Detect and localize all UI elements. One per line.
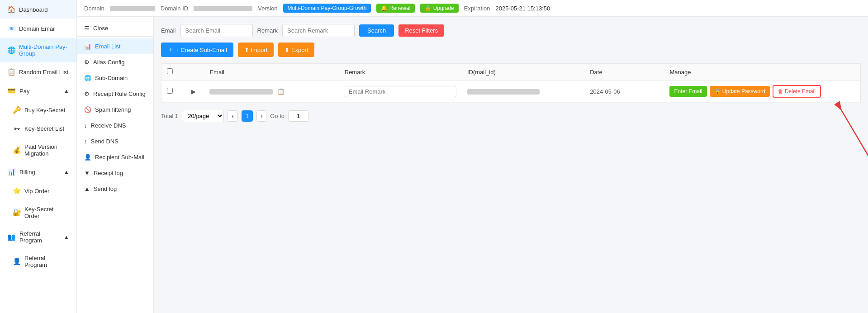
sidebar-item-referral-program2[interactable]: 👤 Referral Program — [0, 249, 76, 274]
sidebar-item-domain-email[interactable]: 📧 Domain Email — [0, 19, 76, 38]
email-redacted — [209, 89, 273, 95]
subnav-item-receipt-rule[interactable]: ⚙ Receipt Rule Config — [77, 86, 153, 102]
sidebar-group-billing[interactable]: 📊 Billing ▲ — [0, 162, 76, 181]
th-expand — [186, 64, 204, 81]
email-table: Email Remark ID(mail_id) Date Manage — [161, 63, 861, 103]
update-password-button[interactable]: 🔒 Update Password — [710, 86, 770, 97]
chevron-up-icon-referral: ▲ — [63, 234, 69, 241]
sidebar-item-vip-order[interactable]: ⭐ Vip Order — [0, 181, 76, 200]
table-scroll: Email Remark ID(mail_id) Date Manage — [161, 63, 861, 103]
sidebar-item-dashboard[interactable]: 🏠 Dashboard — [0, 0, 76, 19]
domain-id-label: Domain ID — [161, 5, 188, 12]
import-button[interactable]: ⬆ Import — [238, 43, 274, 57]
action-bar: ＋ + Create Sub-Email ⬆ Import ⬆ Export — [161, 43, 861, 57]
svg-line-0 — [154, 17, 157, 54]
sidebar-item-random-email[interactable]: 📋 Random Email List — [0, 62, 76, 81]
left-sidebar: 🏠 Dashboard 📧 Domain Email 🌐 Multi-Domai… — [0, 0, 77, 313]
search-email-input[interactable] — [180, 24, 253, 37]
sidebar-item-paid-version[interactable]: 💰 Paid Version Migration — [0, 138, 76, 162]
row-expand-cell[interactable]: ▶ — [186, 81, 204, 103]
sidebar-group-pay[interactable]: 💳 Pay ▲ — [0, 81, 76, 100]
right-panel: Domain Domain ID Version Multi-Domain Pa… — [77, 0, 868, 313]
search-button[interactable]: Search — [359, 24, 394, 37]
goto-label: Go to — [270, 113, 285, 119]
trash-icon: 🗑 — [778, 88, 785, 95]
goto-input[interactable] — [288, 110, 308, 122]
spam-filtering-icon: 🚫 — [84, 106, 91, 113]
recipient-icon: 👤 — [84, 154, 91, 161]
dashboard-icon: 🏠 — [7, 5, 15, 14]
subnav-item-sub-domain[interactable]: 🌐 Sub-Domain — [77, 70, 153, 86]
select-all-checkbox[interactable] — [167, 68, 173, 74]
email-content-panel: Email Remark Search Reset Filters ＋ + Cr… — [154, 17, 868, 313]
random-email-icon: 📋 — [7, 68, 15, 76]
send-dns-icon: ↑ — [84, 138, 87, 145]
key-secret-order-icon: 🔐 — [13, 209, 21, 217]
table-row: ▶ 📋 20 — [161, 81, 861, 103]
page-1-button[interactable]: 1 — [242, 110, 253, 122]
plus-icon: ＋ — [167, 46, 173, 54]
per-page-select[interactable]: 20/page 50/page 100/page — [182, 110, 224, 122]
domain-value — [110, 5, 155, 12]
th-remark: Remark — [339, 64, 462, 81]
subnav-item-send-dns[interactable]: ↑ Send DNS — [77, 133, 153, 149]
copy-icon[interactable]: 📋 — [277, 88, 285, 95]
upgrade-badge[interactable]: 🔒 Upgrade — [420, 4, 458, 13]
paid-version-icon: 💰 — [13, 146, 21, 154]
email-list-icon: 📊 — [84, 43, 91, 50]
renewal-badge[interactable]: 🔔 Renewal — [376, 4, 415, 13]
table-wrapper: Email Remark ID(mail_id) Date Manage — [161, 63, 861, 103]
enter-email-button[interactable]: Enter Email — [669, 86, 707, 97]
id-redacted — [467, 89, 540, 95]
remark-filter-label: Remark — [257, 27, 278, 34]
close-menu-item[interactable]: ☰ Close — [77, 20, 153, 37]
subnav-item-alias-config[interactable]: ⚙ Alias Config — [77, 54, 153, 70]
prev-page-button[interactable]: ‹ — [228, 110, 237, 122]
alias-config-icon: ⚙ — [84, 59, 90, 66]
sidebar-item-key-secret-order[interactable]: 🔐 Key-Secret Order — [0, 200, 76, 225]
next-page-button[interactable]: › — [256, 110, 266, 122]
pay-icon: 💳 — [7, 87, 16, 95]
subnav-item-receive-dns[interactable]: ↓ Receive DNS — [77, 118, 153, 133]
sidebar-group-referral[interactable]: 👥 Referral Program ▲ — [0, 225, 76, 249]
domain-label: Domain — [84, 5, 104, 12]
create-sub-email-button[interactable]: ＋ + Create Sub-Email — [161, 43, 233, 57]
sidebar-item-key-secret-list[interactable]: 🗝 Key-Secret List — [0, 119, 76, 138]
multi-domain-icon: 🌐 — [7, 46, 15, 54]
sub-domain-icon: 🌐 — [84, 75, 91, 81]
row-checkbox[interactable] — [167, 88, 173, 94]
upgrade-icon: 🔒 — [425, 5, 433, 11]
subnav-item-spam-filtering[interactable]: 🚫 Spam filtering — [77, 102, 153, 118]
sidebar-item-multi-domain[interactable]: 🌐 Multi-Domain Pay-Group — [0, 38, 76, 62]
expiration-label: Expiration — [464, 5, 490, 12]
export-button[interactable]: ⬆ Export — [278, 43, 314, 57]
receive-dns-icon: ↓ — [84, 122, 87, 129]
pagination: Total 1 20/page 50/page 100/page ‹ 1 › G… — [161, 110, 861, 122]
delete-email-button[interactable]: 🗑 Delete Email — [773, 85, 821, 98]
subnav-item-send-log[interactable]: ▲ Send log — [77, 181, 153, 197]
search-remark-input[interactable] — [282, 24, 355, 37]
th-date: Date — [584, 64, 664, 81]
version-badge: Multi-Domain Pay-Group-Growth — [283, 4, 371, 13]
key-secret-list-icon: 🗝 — [13, 125, 21, 133]
renewal-icon: 🔔 — [381, 5, 389, 11]
subnav-item-email-list[interactable]: 📊 Email List — [77, 38, 153, 54]
remark-input[interactable] — [345, 86, 456, 97]
referral-program2-icon: 👤 — [13, 257, 21, 266]
th-manage: Manage — [664, 64, 860, 81]
filter-bar: Email Remark Search Reset Filters — [161, 24, 861, 37]
subnav-item-recipient-submail[interactable]: 👤 Recipient Sub-Mail — [77, 149, 153, 165]
send-log-icon: ▲ — [84, 185, 90, 192]
receipt-rule-icon: ⚙ — [84, 90, 90, 97]
row-date-cell: 2024-05-06 — [584, 81, 664, 103]
reset-filters-button[interactable]: Reset Filters — [398, 24, 444, 37]
domain-email-icon: 📧 — [7, 24, 15, 33]
top-bar: Domain Domain ID Version Multi-Domain Pa… — [77, 0, 868, 17]
sidebar-item-buy-key-secret[interactable]: 🔑 Buy Key-Secret — [0, 100, 76, 119]
buy-key-icon: 🔑 — [13, 106, 21, 114]
th-email: Email — [204, 64, 339, 81]
th-id: ID(mail_id) — [462, 64, 584, 81]
domain-id-value — [194, 5, 252, 12]
subnav-item-receipt-log[interactable]: ▼ Receipt log — [77, 165, 153, 181]
vip-order-icon: ⭐ — [13, 187, 21, 195]
